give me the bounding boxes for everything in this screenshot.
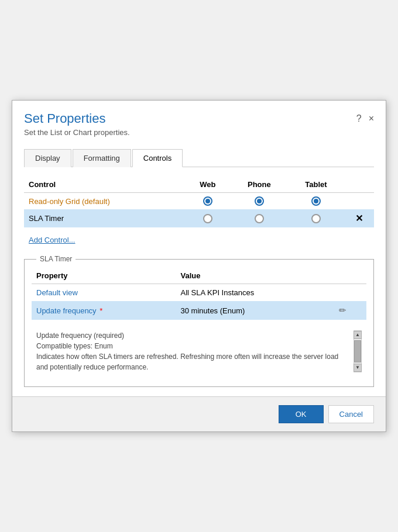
sla-web-radio[interactable] (203, 214, 212, 223)
sla-tablet-radio-cell (288, 209, 344, 227)
web-radio-checked[interactable] (203, 196, 212, 206)
required-indicator: * (100, 306, 102, 315)
set-properties-dialog: Set Properties Set the List or Chart pro… (12, 100, 386, 433)
sla-timer-section: SLA Timer Property Value Default view (24, 255, 374, 387)
dialog-footer: OK Cancel (12, 396, 386, 431)
col-header-control: Control (24, 177, 185, 193)
controls-table: Control Web Phone Tablet Read-only Grid … (24, 177, 374, 228)
dialog-title: Set Properties (24, 111, 130, 126)
phone-radio-checked[interactable] (255, 196, 264, 206)
dialog-subtitle: Set the List or Chart properties. (24, 128, 130, 137)
web-radio-cell (185, 192, 230, 209)
ok-button[interactable]: OK (279, 405, 324, 423)
action-col-header (334, 268, 366, 284)
phone-radio-cell (230, 192, 288, 209)
default-view-label: Default view (36, 288, 78, 297)
sla-phone-radio-cell (230, 209, 288, 227)
default-view-value-text: All SLA KPI Instances (181, 288, 255, 297)
help-icon[interactable]: ? (356, 113, 362, 124)
header-icons: ? × (356, 111, 374, 124)
close-icon[interactable]: × (369, 113, 374, 124)
update-frequency-value: 30 minutes (Enum) (176, 301, 334, 320)
property-col-header: Property (32, 268, 176, 284)
col-header-tablet: Tablet (288, 177, 344, 193)
tab-display[interactable]: Display (24, 149, 71, 167)
tabs: Display Formatting Controls (24, 148, 374, 167)
read-only-grid-link[interactable]: Read-only Grid (default) (29, 197, 110, 206)
property-row-update-frequency: Update frequency * 30 minutes (Enum) ✏ (32, 301, 366, 320)
col-header-phone: Phone (230, 177, 288, 193)
scroll-up-button[interactable]: ▲ (354, 331, 362, 339)
cancel-button[interactable]: Cancel (328, 405, 374, 423)
scroll-thumb[interactable] (354, 340, 361, 362)
sla-legend: SLA Timer (36, 255, 76, 263)
sla-web-radio-cell (185, 209, 230, 227)
sla-remove-cell: ✕ (344, 209, 374, 227)
tab-controls[interactable]: Controls (132, 149, 183, 167)
property-table: Property Value Default view All SLA KPI … (32, 268, 366, 320)
dialog-body: Control Web Phone Tablet Read-only Grid … (12, 167, 386, 397)
dialog-header: Set Properties Set the List or Chart pro… (12, 101, 386, 143)
default-view-property: Default view (32, 284, 176, 302)
add-control-anchor[interactable]: Add Control... (24, 233, 80, 247)
description-text: Update frequency (required) Compatible t… (36, 330, 354, 372)
update-frequency-action: ✏ (334, 301, 366, 320)
sla-timer-label: SLA Timer (29, 214, 64, 223)
tablet-radio-checked[interactable] (311, 196, 321, 206)
sla-tablet-radio[interactable] (311, 214, 321, 223)
remove-cell (344, 192, 374, 209)
property-row-default-view: Default view All SLA KPI Instances (32, 284, 366, 302)
table-row: SLA Timer ✕ (24, 209, 374, 227)
title-block: Set Properties Set the List or Chart pro… (24, 111, 130, 137)
remove-sla-button[interactable]: ✕ (355, 213, 363, 223)
table-row: Read-only Grid (default) (24, 192, 374, 209)
update-frequency-label: Update frequency (36, 306, 97, 315)
default-view-action (334, 284, 366, 302)
col-header-web: Web (185, 177, 230, 193)
sla-phone-radio[interactable] (255, 214, 264, 223)
scrollbar[interactable]: ▲ ▼ (354, 330, 362, 372)
update-frequency-property: Update frequency * (32, 301, 176, 320)
sla-timer-name-cell: SLA Timer (24, 209, 185, 227)
tabs-container: Display Formatting Controls (12, 143, 386, 167)
add-control-link[interactable]: Add Control... (24, 233, 374, 247)
edit-update-frequency-button[interactable]: ✏ (339, 305, 346, 315)
scroll-down-button[interactable]: ▼ (354, 364, 362, 372)
control-name-cell: Read-only Grid (default) (24, 192, 185, 209)
tablet-radio-cell (288, 192, 344, 209)
default-view-value: All SLA KPI Instances (176, 284, 334, 302)
value-col-header: Value (176, 268, 334, 284)
col-header-remove (344, 177, 374, 193)
tab-formatting[interactable]: Formatting (73, 149, 131, 167)
update-frequency-value-text: 30 minutes (Enum) (181, 306, 245, 315)
description-box: Update frequency (required) Compatible t… (32, 326, 366, 377)
